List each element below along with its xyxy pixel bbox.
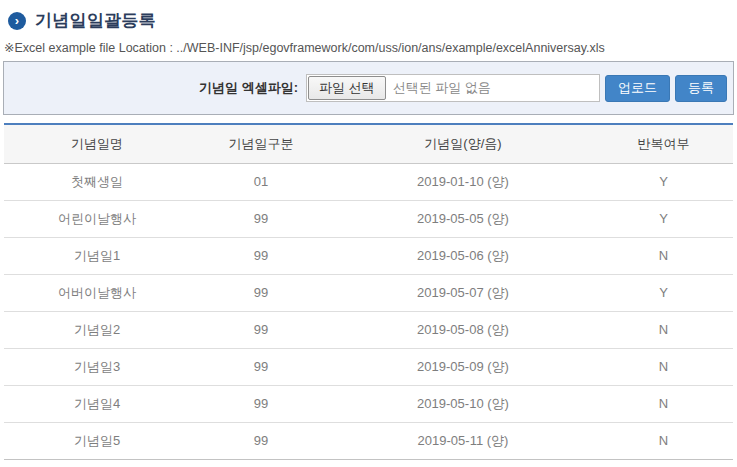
table-row: 기념일5992019-05-11 (양)N xyxy=(4,422,733,459)
anniversary-table-container: 기념일명 기념일구분 기념일(양/음) 반복여부 첫째생일012019-01-1… xyxy=(4,123,733,460)
table-cell: 2019-05-07 (양) xyxy=(332,274,594,311)
table-header-row: 기념일명 기념일구분 기념일(양/음) 반복여부 xyxy=(4,125,733,163)
table-row: 기념일4992019-05-10 (양)N xyxy=(4,385,733,422)
table-cell: 기념일4 xyxy=(4,385,190,422)
table-cell: Y xyxy=(594,274,733,311)
table-cell: 첫째생일 xyxy=(4,163,190,200)
table-row: 첫째생일012019-01-10 (양)Y xyxy=(4,163,733,200)
table-row: 어린이날행사992019-05-05 (양)Y xyxy=(4,200,733,237)
table-cell: 99 xyxy=(190,385,332,422)
file-selected-status: 선택된 파일 없음 xyxy=(393,79,491,97)
header-anniversary-date: 기념일(양/음) xyxy=(332,125,594,163)
table-cell: 99 xyxy=(190,237,332,274)
table-cell: 99 xyxy=(190,200,332,237)
table-cell: 99 xyxy=(190,348,332,385)
table-cell: N xyxy=(594,422,733,459)
table-cell: 01 xyxy=(190,163,332,200)
table-cell: 2019-05-05 (양) xyxy=(332,200,594,237)
page-header: › 기념일일괄등록 xyxy=(0,0,737,32)
table-cell: 2019-05-11 (양) xyxy=(332,422,594,459)
header-anniversary-name: 기념일명 xyxy=(4,125,190,163)
upload-form: 기념일 엑셀파일: 파일 선택 선택된 파일 없음 업로드 등록 xyxy=(3,61,734,115)
table-cell: N xyxy=(594,311,733,348)
table-row: 어버이날행사992019-05-07 (양)Y xyxy=(4,274,733,311)
table-cell: Y xyxy=(594,200,733,237)
excel-file-label: 기념일 엑셀파일: xyxy=(199,79,298,97)
file-input[interactable]: 파일 선택 선택된 파일 없음 xyxy=(306,74,600,102)
table-cell: 2019-05-08 (양) xyxy=(332,311,594,348)
table-cell: 기념일3 xyxy=(4,348,190,385)
table-cell: 99 xyxy=(190,422,332,459)
table-row: 기념일1992019-05-06 (양)N xyxy=(4,237,733,274)
table-cell: 2019-05-10 (양) xyxy=(332,385,594,422)
table-cell: 어린이날행사 xyxy=(4,200,190,237)
table-body: 첫째생일012019-01-10 (양)Y어린이날행사992019-05-05 … xyxy=(4,163,733,459)
header-anniversary-type: 기념일구분 xyxy=(190,125,332,163)
table-cell: N xyxy=(594,237,733,274)
table-row: 기념일2992019-05-08 (양)N xyxy=(4,311,733,348)
register-button[interactable]: 등록 xyxy=(675,75,727,102)
table-cell: 기념일5 xyxy=(4,422,190,459)
table-cell: 99 xyxy=(190,311,332,348)
header-repeat-flag: 반복여부 xyxy=(594,125,733,163)
file-select-button[interactable]: 파일 선택 xyxy=(308,76,386,100)
table-cell: 2019-05-06 (양) xyxy=(332,237,594,274)
table-cell: 어버이날행사 xyxy=(4,274,190,311)
table-cell: N xyxy=(594,385,733,422)
table-cell: N xyxy=(594,348,733,385)
table-cell: 99 xyxy=(190,274,332,311)
page-title: 기념일일괄등록 xyxy=(35,9,156,32)
table-cell: 기념일1 xyxy=(4,237,190,274)
table-cell: Y xyxy=(594,163,733,200)
upload-button[interactable]: 업로드 xyxy=(605,75,670,102)
table-cell: 2019-05-09 (양) xyxy=(332,348,594,385)
table-cell: 2019-01-10 (양) xyxy=(332,163,594,200)
excel-example-note: ※Excel example file Location : ../WEB-IN… xyxy=(4,40,737,55)
anniversary-table: 기념일명 기념일구분 기념일(양/음) 반복여부 첫째생일012019-01-1… xyxy=(4,125,733,460)
table-row: 기념일3992019-05-09 (양)N xyxy=(4,348,733,385)
chevron-right-circle-icon: › xyxy=(8,12,26,30)
table-cell: 기념일2 xyxy=(4,311,190,348)
